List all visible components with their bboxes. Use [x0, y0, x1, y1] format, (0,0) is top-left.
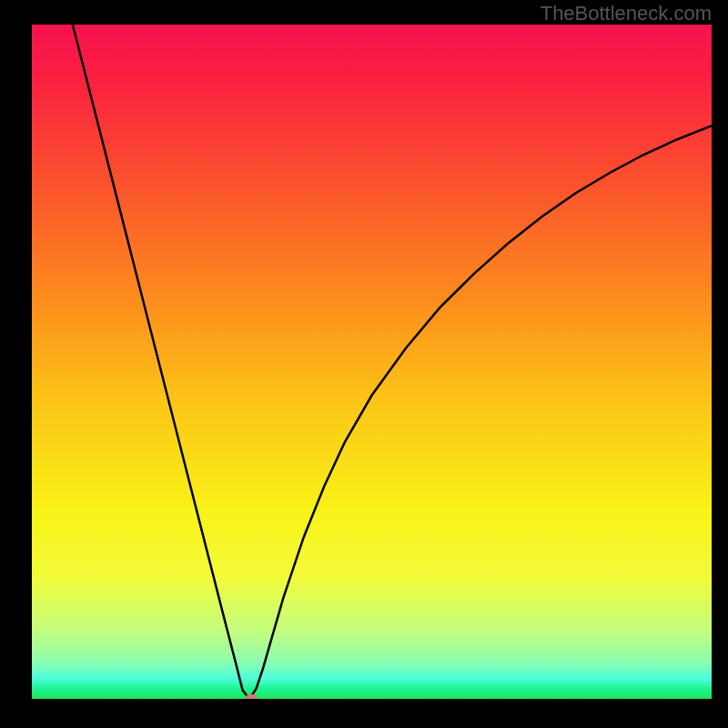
watermark-text: TheBottleneck.com — [541, 2, 712, 25]
minimum-marker — [245, 694, 258, 700]
plot-area — [32, 25, 712, 699]
bottleneck-curve — [73, 25, 712, 699]
curve-layer — [32, 25, 712, 699]
